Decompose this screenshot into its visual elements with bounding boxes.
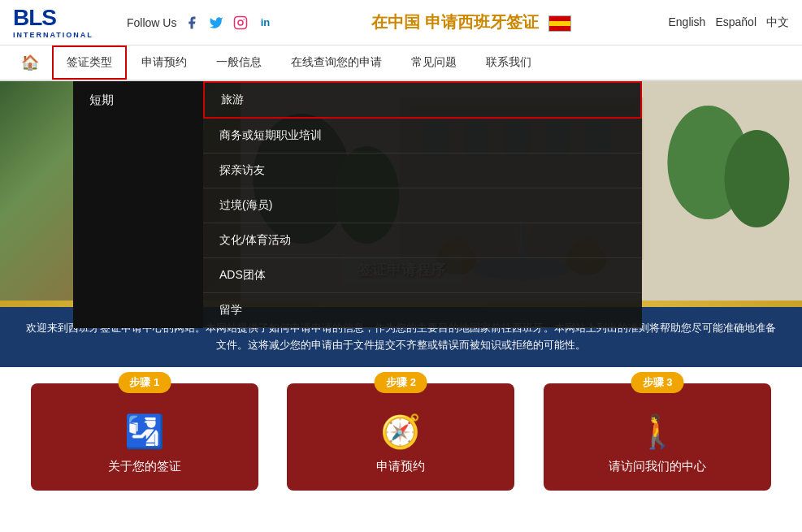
twitter-icon[interactable] <box>207 14 225 32</box>
step-badge-2: 步骤 3 <box>631 372 684 393</box>
nav-item-appointment[interactable]: 申请预约 <box>127 45 202 80</box>
step-icon-0: 🛂 <box>47 413 242 451</box>
logo-sub: INTERNATIONAL <box>13 31 93 39</box>
step-label-1: 申请预约 <box>303 459 498 474</box>
follow-us-label: Follow Us <box>127 16 176 29</box>
step-label-0: 关于您的签证 <box>47 459 242 474</box>
dropdown-item-5[interactable]: ADS团体 <box>203 258 642 293</box>
svg-point-2 <box>244 19 245 20</box>
header: BLS INTERNATIONAL Follow Us in 在中国 申请西班牙… <box>0 0 802 45</box>
dropdown-item-1[interactable]: 商务或短期职业培训 <box>203 119 642 154</box>
dropdown-item-6[interactable]: 留学 <box>203 293 642 328</box>
lang-espanol[interactable]: Español <box>715 15 756 30</box>
step-label-2: 请访问我们的中心 <box>560 459 755 474</box>
dropdown-left-category[interactable]: 短期 <box>73 81 203 328</box>
step-card-1[interactable]: 步骤 2 🧭 申请预约 <box>287 383 514 491</box>
nav-item-faq[interactable]: 常见问题 <box>397 45 471 80</box>
facebook-icon[interactable] <box>183 14 201 32</box>
china-flag <box>548 15 571 32</box>
logo-block: BLS INTERNATIONAL <box>13 6 93 39</box>
nav-item-contact[interactable]: 联系我们 <box>471 45 546 80</box>
step-badge-0: 步骤 1 <box>118 372 171 393</box>
step-icon-2: 🚶 <box>560 413 755 451</box>
step-badge-1: 步骤 2 <box>375 372 427 393</box>
dropdown-item-0[interactable]: 旅游 <box>203 81 642 119</box>
steps-section: 步骤 1 🛂 关于您的签证 步骤 2 🧭 申请预约 步骤 3 🚶 请访问我们的中… <box>0 367 802 507</box>
nav-home[interactable]: 🏠 <box>8 45 52 80</box>
center-banner: 在中国 申请西班牙签证 <box>274 11 668 33</box>
follow-us-area: Follow Us in <box>127 14 274 32</box>
nav-item-visa-type[interactable]: 签证类型 <box>52 45 127 80</box>
dropdown-menu: 短期 旅游 商务或短期职业培训 探亲访友 过境(海员) 文化/体育活动 ADS团… <box>73 81 642 328</box>
svg-point-1 <box>238 20 243 25</box>
linkedin-icon[interactable]: in <box>256 14 274 32</box>
step-card-0[interactable]: 步骤 1 🛂 关于您的签证 <box>31 383 258 491</box>
lang-chinese[interactable]: 中文 <box>766 15 789 30</box>
nav-item-track[interactable]: 在线查询您的申请 <box>276 45 397 80</box>
logo-text: BLS <box>13 6 93 29</box>
dropdown-item-2[interactable]: 探亲访友 <box>203 154 642 188</box>
language-selector: English Español 中文 <box>668 15 789 30</box>
logo-area: BLS INTERNATIONAL <box>13 6 111 39</box>
step-icon-1: 🧭 <box>303 413 498 451</box>
svg-rect-0 <box>235 16 247 28</box>
step-card-2[interactable]: 步骤 3 🚶 请访问我们的中心 <box>544 383 771 491</box>
dropdown-item-4[interactable]: 文化/体育活动 <box>203 223 642 258</box>
dropdown-right-items: 旅游 商务或短期职业培训 探亲访友 过境(海员) 文化/体育活动 ADS团体 留… <box>203 81 642 328</box>
center-text: 在中国 申请西班牙签证 <box>371 13 539 31</box>
svg-point-14 <box>725 130 790 227</box>
dropdown-item-3[interactable]: 过境(海员) <box>203 188 642 223</box>
lang-english[interactable]: English <box>668 15 705 30</box>
nav-bar: 🏠 签证类型 申请预约 一般信息 在线查询您的申请 常见问题 联系我们 短期 旅… <box>0 45 802 81</box>
instagram-icon[interactable] <box>232 14 249 32</box>
nav-item-general-info[interactable]: 一般信息 <box>202 45 276 80</box>
